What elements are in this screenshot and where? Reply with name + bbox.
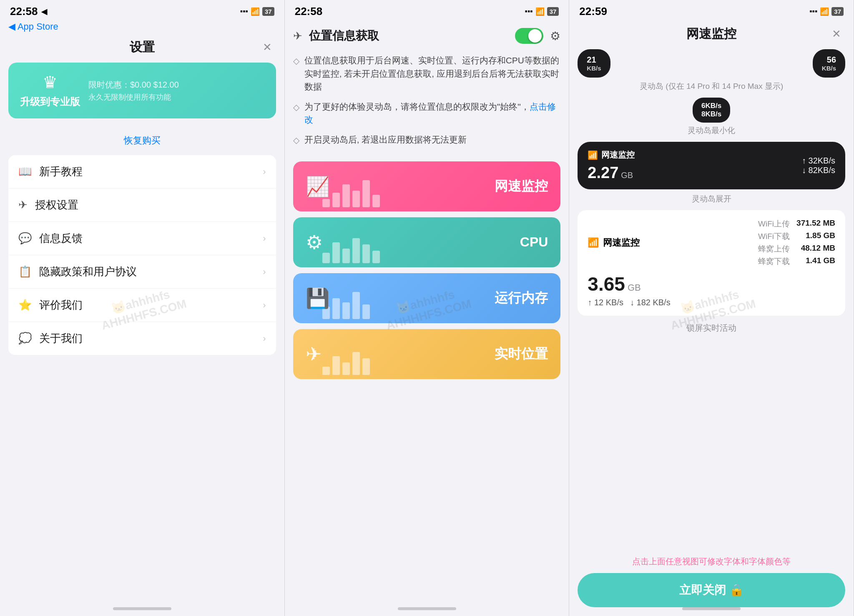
upgrade-card[interactable]: ♛ 升级到专业版 限时优惠：$0.00 $12.00 永久无限制使用所有功能 [8, 63, 276, 118]
speed-up-value: 21 [587, 55, 601, 65]
cpu-card[interactable]: ⚙ CPU [293, 217, 561, 267]
speed-up-pill: 21 KB/s [578, 49, 610, 78]
lockscreen-title: 网速监控 [603, 236, 754, 249]
check-icon-2: ◇ [293, 101, 299, 113]
menu-item-privacy[interactable]: 📋 隐藏政策和用户协议 › [8, 255, 276, 289]
lockscreen-icon: 📶 [588, 237, 599, 248]
check-icon-3: ◇ [293, 134, 299, 146]
cellular-down-label: 蜂窝下载 [758, 256, 790, 267]
battery-3: 37 [831, 7, 844, 16]
network-speed-card[interactable]: 📈 网速监控 [293, 161, 561, 211]
lockscreen-activity-label: 锁屏实时活动 [569, 322, 854, 334]
expanded-island-label: 灵动岛展开 [569, 194, 854, 204]
back-appstore[interactable]: ◀ App Store [0, 21, 284, 35]
island-data-value: 2.27 [588, 164, 618, 182]
cpu-bars [322, 238, 380, 263]
location-panel: 22:58 ▪▪▪ 📶 37 ✈ 位置信息获取 ⚙ ◇ 位置信息获取用于后台网速… [285, 0, 570, 616]
memory-card[interactable]: 💾 运行内存 [293, 273, 561, 323]
mini-island: 6KB/s 8KB/s [693, 98, 730, 123]
lockscreen-stats: WiFi上传 371.52 MB WiFi下载 1.85 GB 蜂窝上传 48.… [758, 219, 835, 267]
time-1: 22:58 [10, 5, 38, 18]
settings-title: 设置 [130, 39, 155, 56]
signal-icon-2: ▪▪▪ [525, 7, 533, 16]
menu-item-tutorial[interactable]: 📖 新手教程 › [8, 155, 276, 189]
loc-bar-4 [352, 352, 360, 375]
cpu-icon: ⚙ [306, 231, 323, 254]
location-card[interactable]: ✈ 实时位置 [293, 329, 561, 379]
info-item-3: ◇ 开启灵动岛后, 若退出应用数据将无法更新 [293, 133, 561, 146]
expanded-island[interactable]: 📶 网速监控 2.27 GB ↑ 32KB/s ↓ 82KB/s [578, 142, 845, 189]
bar-6 [372, 195, 380, 207]
network-monitor-header: 网速监控 ✕ [569, 21, 854, 49]
time-2: 22:58 [295, 5, 323, 18]
settings-menu-list: 📖 新手教程 › ✈ 授权设置 💬 信息反馈 › 📋 隐藏政策和用户协议 › ⭐… [8, 155, 276, 355]
cpu-bar-3 [342, 249, 350, 263]
feature-cards: 📈 网速监控 ⚙ CPU [285, 161, 569, 379]
menu-label-auth: 授权设置 [35, 198, 266, 212]
island-speed-up: ↑ 32KB/s [802, 156, 835, 166]
mini-island-line2: 8KB/s [701, 110, 721, 118]
lockscreen-card[interactable]: 📶 网速监控 WiFi上传 371.52 MB WiFi下载 1.85 GB 蜂… [578, 210, 845, 316]
settings-gear-icon[interactable]: ⚙ [550, 29, 560, 43]
location-toggle-title: 位置信息获取 [309, 28, 509, 44]
menu-item-feedback[interactable]: 💬 信息反馈 › [8, 222, 276, 255]
mini-island-line1: 6KB/s [701, 102, 721, 110]
menu-item-rate[interactable]: ⭐ 评价我们 › [8, 289, 276, 322]
chat-icon: 💬 [18, 232, 32, 245]
close-now-button[interactable]: 立即关闭 🔒 [578, 573, 845, 607]
network-monitor-title: 网速监控 [686, 25, 736, 43]
menu-label-rate: 评价我们 [39, 298, 263, 312]
wifi-up-label: WiFi上传 [758, 219, 790, 229]
mem-bar-3 [342, 302, 350, 319]
status-bar-1: 22:58 ◀ ▪▪▪ 📶 37 [0, 0, 284, 21]
restore-purchase-link[interactable]: 恢复购买 [0, 134, 284, 147]
menu-label-about: 关于我们 [39, 331, 263, 346]
network-monitor-panel: 22:59 ▪▪▪ 📶 37 网速监控 ✕ 21 KB/s 56 KB/s 灵动… [569, 0, 854, 616]
cpu-bar-2 [332, 242, 340, 263]
location-nav-icon: ✈ [293, 30, 302, 43]
chevron-about: › [263, 333, 266, 344]
info-item-2: ◇ 为了更好的体验灵动岛，请将位置信息的权限改为"始终"，点击修改 [293, 100, 561, 126]
chevron-rate: › [263, 300, 266, 311]
memory-title: 运行内存 [495, 289, 548, 307]
signal-icon-3: ▪▪▪ [809, 7, 817, 16]
lockscreen-speed-down: ↓ 182 KB/s [630, 298, 671, 307]
island-speed-down: ↓ 82KB/s [802, 166, 835, 175]
loc-bar-3 [342, 362, 350, 375]
menu-label-feedback: 信息反馈 [39, 231, 263, 246]
cpu-bar-5 [362, 244, 370, 263]
upgrade-promo: 限时优惠：$0.00 $12.00 [88, 79, 264, 91]
click-modify-link[interactable]: 点击修改 [304, 102, 556, 125]
status-bar-2: 22:58 ▪▪▪ 📶 37 [285, 0, 569, 21]
cpu-bar-6 [372, 251, 380, 263]
chevron-privacy: › [263, 267, 266, 277]
menu-item-auth[interactable]: ✈ 授权设置 [8, 189, 276, 222]
status-bar-3: 22:59 ▪▪▪ 📶 37 [569, 0, 854, 21]
crown-icon: ♛ [43, 73, 58, 92]
loc-bar-5 [362, 358, 370, 375]
lockscreen-speed-up: ↑ 12 KB/s [588, 298, 623, 307]
bottom-hint: 点击上面任意视图可修改字体和字体颜色等 [578, 556, 845, 567]
status-icons-1: ▪▪▪ 📶 37 [240, 7, 274, 16]
menu-item-about[interactable]: 💭 关于我们 › [8, 322, 276, 355]
mem-bar-5 [362, 304, 370, 319]
upgrade-title: 升级到专业版 [20, 95, 80, 108]
time-3: 22:59 [579, 5, 607, 18]
settings-close-button[interactable]: ✕ [263, 41, 272, 54]
chevron-tutorial: › [263, 166, 266, 177]
lockscreen-header: 📶 网速监控 WiFi上传 371.52 MB WiFi下载 1.85 GB 蜂… [588, 219, 835, 267]
island-network-icon: 📶 [588, 150, 598, 160]
speed-down-unit: KB/s [822, 65, 836, 72]
network-monitor-close[interactable]: ✕ [832, 28, 841, 40]
dynamic-island-label: 灵动岛 (仅在 14 Pro 和 14 Pro Max 显示) [569, 81, 854, 92]
location-card-title: 实时位置 [495, 345, 548, 363]
mini-island-container: 6KB/s 8KB/s [569, 98, 854, 123]
cellular-up-value: 48.12 MB [796, 244, 835, 254]
home-indicator-2 [398, 607, 456, 610]
network-bars [322, 180, 380, 207]
bar-2 [332, 193, 340, 207]
network-speed-icon: 📈 [306, 175, 329, 198]
location-toggle[interactable] [515, 28, 543, 44]
menu-label-privacy: 隐藏政策和用户协议 [39, 264, 263, 279]
wifi-icon-2: 📶 [535, 7, 545, 16]
